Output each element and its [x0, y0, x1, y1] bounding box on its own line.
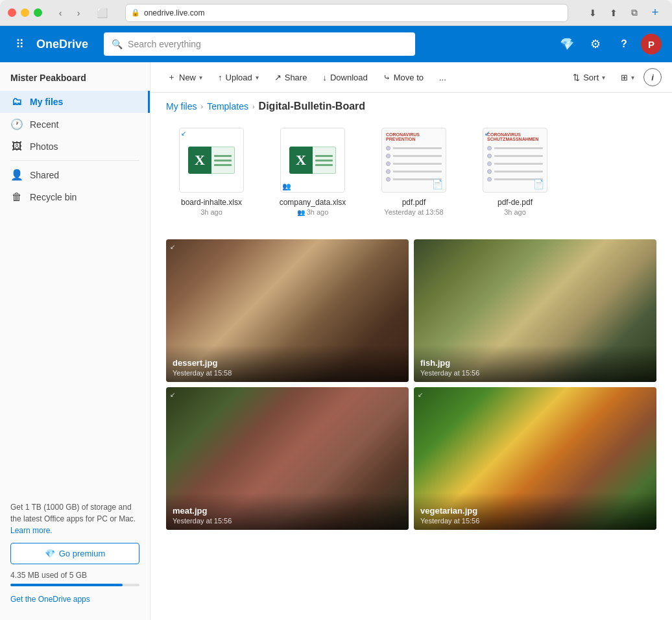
window-resize-button[interactable]: ⧉ — [625, 4, 643, 22]
breadcrumb-current: Digital-Bulletin-Board — [259, 101, 365, 112]
search-placeholder: Search everything — [128, 39, 201, 49]
info-button[interactable]: i — [643, 68, 662, 86]
fullscreen-button[interactable] — [34, 8, 42, 17]
help-button[interactable]: ? — [612, 32, 636, 56]
sort-button[interactable]: ⇅ Sort ▾ — [566, 69, 612, 86]
meat-name: meat.jpg — [173, 506, 402, 516]
breadcrumb-chevron-1: › — [200, 102, 203, 110]
premium-diamond-icon: 💎 — [45, 549, 55, 558]
sidebar-item-shared[interactable]: 👤 Shared — [0, 163, 150, 186]
photos-icon: 🖼 — [10, 141, 23, 152]
sidebar-item-label-shared: Shared — [30, 170, 59, 180]
shared-icon: 👤 — [10, 169, 23, 181]
learn-more-link[interactable]: Learn more. — [10, 526, 53, 535]
image-item-dessert[interactable]: ↙ dessert.jpg Yesterday at 15:58 — [166, 239, 409, 382]
doc-thumb-pdf-de: CORONAVIRUSSCHUTZMASSNAHMEN — [483, 128, 547, 193]
view-grid-icon: ⊞ — [621, 73, 628, 82]
minimize-button[interactable] — [21, 8, 29, 17]
recycle-bin-icon: 🗑 — [10, 191, 23, 203]
move-to-button[interactable]: ⤷ Move to — [377, 69, 430, 86]
sidebar-item-label-photos: Photos — [30, 141, 58, 152]
share-button[interactable]: ↗ Share — [268, 69, 314, 86]
new-tab-button[interactable]: + — [646, 4, 664, 22]
breadcrumb-my-files[interactable]: My files — [166, 101, 197, 112]
image-item-meat[interactable]: ↙ meat.jpg Yesterday at 15:56 — [166, 387, 409, 530]
more-button[interactable]: ... — [433, 69, 453, 86]
sidebar-item-photos[interactable]: 🖼 Photos — [0, 136, 150, 158]
main-layout: Mister Peakboard 🗂 My files 🕐 Recent 🖼 P… — [0, 62, 672, 620]
new-icon: ＋ — [167, 71, 176, 83]
sidebar-item-my-files[interactable]: 🗂 My files — [0, 91, 150, 113]
pdf-badge-icon: 📄 — [432, 179, 443, 189]
image-item-fish[interactable]: fish.jpg Yesterday at 15:56 — [414, 239, 656, 382]
sidebar-item-recycle-bin[interactable]: 🗑 Recycle bin — [0, 186, 150, 208]
doc-thumb-board-inhalte: ↙ X — [179, 128, 244, 193]
view-button[interactable]: ⊞ ▾ — [614, 69, 641, 86]
new-button[interactable]: ＋ New ▾ — [161, 67, 209, 87]
settings-button[interactable]: ⚙ — [584, 32, 607, 56]
download-page-button[interactable]: ⬇ — [584, 4, 602, 22]
upload-button[interactable]: ↑ Upload ▾ — [211, 69, 265, 86]
image-grid: ↙ dessert.jpg Yesterday at 15:58 fish.jp… — [166, 239, 656, 530]
new-chevron-icon: ▾ — [199, 74, 202, 81]
doc-thumb-pdf: CORONAVIRUSPREVENTION — [381, 128, 446, 193]
vegetarian-name: vegetarian.jpg — [420, 506, 650, 516]
vegetarian-shortcut-icon: ↙ — [418, 391, 423, 398]
excel-icon-board-inhalte: X — [188, 147, 235, 174]
avatar[interactable]: P — [641, 34, 662, 54]
search-icon: 🔍 — [112, 39, 123, 49]
sort-chevron-icon: ▾ — [602, 74, 605, 81]
od-search-bar[interactable]: 🔍 Search everything — [104, 32, 415, 56]
od-header-actions: 💎 ⚙ ? P — [555, 32, 662, 56]
download-button[interactable]: ↓ Download — [316, 69, 374, 86]
share-icon: ↗ — [274, 73, 282, 82]
my-files-icon: 🗂 — [10, 96, 23, 108]
vegetarian-caption: vegetarian.jpg Yesterday at 15:56 — [414, 493, 656, 530]
sidebar-item-label-my-files: My files — [30, 97, 63, 107]
waffle-icon[interactable]: ⠿ — [10, 35, 29, 53]
sidebar-bottom: Get 1 TB (1000 GB) of storage and the la… — [0, 491, 150, 615]
back-button[interactable]: ‹ — [53, 5, 68, 21]
lock-icon: 🔒 — [131, 8, 140, 17]
excel-icon-company: X — [289, 147, 336, 174]
upload-chevron-icon: ▾ — [256, 74, 259, 81]
share-page-button[interactable]: ⬆ — [605, 4, 623, 22]
sort-icon: ⇅ — [573, 73, 580, 82]
doc-item-pdf[interactable]: CORONAVIRUSPREVENTION — [368, 120, 459, 224]
meat-caption: meat.jpg Yesterday at 15:56 — [166, 493, 409, 530]
breadcrumb-templates[interactable]: Templates — [207, 101, 248, 112]
premium-icon-button[interactable]: 💎 — [555, 32, 579, 56]
vegetarian-time: Yesterday at 15:56 — [420, 517, 650, 525]
forward-button[interactable]: › — [71, 5, 86, 21]
get-apps-link[interactable]: Get the OneDrive apps — [10, 595, 90, 604]
close-button[interactable] — [8, 8, 16, 17]
storage-bar-bg — [10, 584, 139, 586]
info-icon: i — [651, 73, 654, 82]
fish-time: Yesterday at 15:56 — [420, 369, 650, 377]
od-logo: OneDrive — [36, 38, 88, 51]
storage-bar-fill — [10, 584, 123, 586]
recent-icon: 🕐 — [10, 118, 23, 130]
sidebar-item-recent[interactable]: 🕐 Recent — [0, 113, 150, 136]
doc-name-pdf: pdf.pdf — [402, 198, 426, 207]
go-premium-button[interactable]: 💎 Go premium — [10, 543, 139, 564]
toolbar-right: ⇅ Sort ▾ ⊞ ▾ i — [566, 68, 662, 86]
od-header: ⠿ OneDrive 🔍 Search everything 💎 ⚙ ? P — [0, 26, 672, 62]
doc-item-pdf-de[interactable]: CORONAVIRUSSCHUTZMASSNAHMEN — [470, 120, 560, 224]
doc-item-company-data[interactable]: X 👥 company_data.xlsx 👥 3h ago — [267, 120, 358, 224]
doc-time-pdf-de: 3h ago — [504, 208, 526, 216]
fish-caption: fish.jpg Yesterday at 15:56 — [414, 345, 656, 382]
nav-buttons: ‹ › — [53, 5, 86, 21]
doc-thumb-company-data: X 👥 — [280, 128, 345, 193]
meat-time: Yesterday at 15:56 — [173, 517, 402, 525]
doc-name-board-inhalte: board-inhalte.xlsx — [181, 198, 242, 207]
doc-item-board-inhalte[interactable]: ↙ X board-inhalte.xlsx 3h ago — [166, 120, 257, 224]
pdf-de-badge-icon: 📄 — [533, 179, 544, 189]
move-icon: ⤷ — [383, 73, 390, 82]
image-item-vegetarian[interactable]: ↙ vegetarian.jpg Yesterday at 15:56 — [414, 387, 656, 530]
sidebar-toggle-button[interactable]: ⬜ — [94, 5, 110, 21]
shortcut-icon: ↙ — [181, 130, 186, 137]
shortcut-icon-pdfde: ↙ — [485, 130, 490, 137]
doc-name-pdf-de: pdf-de.pdf — [498, 198, 533, 207]
sidebar: Mister Peakboard 🗂 My files 🕐 Recent 🖼 P… — [0, 62, 150, 620]
